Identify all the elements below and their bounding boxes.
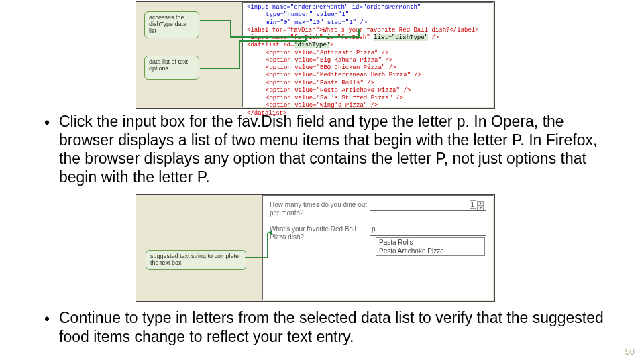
arrow-segment [267, 233, 268, 257]
arrow-tip-icon [357, 28, 361, 32]
callout-accesses: accesses the dishType data list [144, 11, 199, 38]
bullet-text: Continue to type in letters from the sel… [59, 309, 608, 346]
code-figure: <input name="ordersPerMonth" id="ordersP… [136, 1, 495, 109]
code-line: <label for="favDish">What's your favorit… [247, 27, 489, 34]
suggestion-item[interactable]: Pasta Rolls [376, 238, 484, 247]
code-line: min="0" max="10" step="1" /> [247, 19, 489, 27]
highlight-list-attr: list="dishType" [374, 34, 428, 41]
code-line: <option value="Antipasto Pizza" /> [247, 50, 489, 57]
form-label: What's your favorite Red Ball Pizza dish… [270, 225, 370, 241]
figure2-main: How many times do you dine out per month… [256, 195, 494, 301]
bullet-paragraph: • Click the input box for the fav.Dish f… [44, 113, 608, 186]
form-panel: How many times do you dine out per month… [262, 195, 493, 300]
code-line: <option value="Mediterranean Herb Pizza"… [247, 72, 489, 79]
spinner-icon[interactable]: ▴▾ [477, 201, 484, 210]
highlight-dishtype: 'dishType' [294, 42, 330, 48]
code-line: <datalist id='dishType'> [247, 42, 489, 49]
code-line: type="number" value="1" [247, 11, 489, 19]
arrow-segment [230, 20, 231, 36]
form-label: How many times do you dine out per month… [270, 201, 370, 217]
arrow-segment [230, 36, 360, 38]
bullet-dot-icon: • [44, 114, 50, 133]
autocomplete-dropdown[interactable]: Pasta Rolls Pesto Artichoke Pizza [376, 237, 485, 256]
callout-datalist: data list of text options [144, 56, 199, 80]
arrow-segment [358, 32, 360, 37]
code-line: <input name="ordersPerMonth" id="ordersP… [247, 4, 489, 11]
code-line: <option value="Wing'd Pizza" /> [247, 102, 489, 109]
code-line: <option value="Pesto Artichoke Pizza" /> [247, 87, 489, 95]
arrow-segment [200, 68, 240, 69]
arrow-segment [245, 257, 268, 258]
code-line: <option value="Sal's Stuffed Pizza" /> [247, 95, 489, 102]
code-line: <option value="Big Kahuna Pizza" /> [247, 57, 489, 64]
suggestion-item[interactable]: Pesto Artichoke Pizza [376, 247, 484, 255]
arrow-tip-icon [304, 37, 308, 41]
arrow-segment [200, 20, 230, 21]
arrow-segment [239, 40, 240, 68]
form-row: How many times do you dine out per month… [270, 201, 486, 217]
code-line: <option value="Pasta Rolls" /> [247, 80, 489, 87]
orders-per-month-input[interactable]: 1 [470, 200, 476, 209]
figure2-sidebar [136, 195, 256, 301]
callout-suggested: suggested text string to complete the te… [146, 250, 246, 270]
bullet-dot-icon: • [44, 310, 50, 329]
code-line: <option value="BBQ Chicken Pizza" /> [247, 64, 489, 72]
code-listing: <input name="ordersPerMonth" id="ordersP… [242, 2, 493, 107]
form-figure: How many times do you dine out per month… [136, 194, 495, 302]
figure1-main: <input name="ordersPerMonth" id="ordersP… [235, 2, 494, 108]
arrow-tip-icon [268, 231, 272, 235]
favdish-input[interactable]: p [370, 225, 486, 236]
bullet-paragraph: • Continue to type in letters from the s… [44, 309, 608, 346]
arrow-segment [239, 40, 306, 42]
bullet-text: Click the input box for the fav.Dish fie… [59, 113, 608, 186]
page-number: 50 [625, 347, 635, 357]
